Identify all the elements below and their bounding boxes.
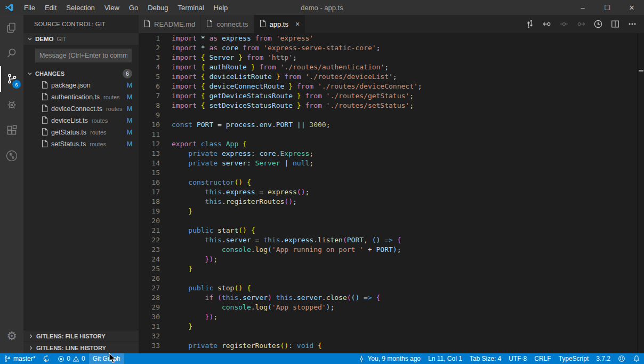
title-bar: FileEditSelectionViewGoDebugTerminalHelp…: [0, 0, 644, 15]
encoding-indicator[interactable]: UTF-8: [505, 353, 530, 364]
file-name: package.json: [51, 82, 91, 89]
code-text: private express: core.Express;: [160, 149, 313, 159]
code-line[interactable]: 7import { getDeviceStatusRoute } from '.…: [139, 91, 644, 101]
eol-indicator[interactable]: CRLF: [530, 353, 554, 364]
menu-terminal[interactable]: Terminal: [173, 0, 208, 15]
code-line[interactable]: 27 public stop() {: [139, 283, 644, 293]
menu-edit[interactable]: Edit: [40, 0, 61, 15]
notifications-bell-icon[interactable]: [629, 353, 644, 364]
scm-file-row[interactable]: getStatus.tsroutesM: [23, 126, 139, 138]
git-graph-button[interactable]: Git Graph: [89, 353, 124, 364]
debug-icon[interactable]: [0, 92, 23, 117]
changes-section-header[interactable]: CHANGES 6: [23, 68, 139, 80]
code-line[interactable]: 17 this.express = express();: [139, 187, 644, 197]
code-line[interactable]: 11: [139, 130, 644, 139]
scm-file-row[interactable]: authentication.tsroutesM: [23, 91, 139, 103]
code-line[interactable]: 8import { setDeviceStatusRoute } from '.…: [139, 101, 644, 110]
warning-icon: [73, 355, 79, 362]
minimize-button[interactable]: –: [570, 0, 595, 15]
file-icon: [206, 20, 213, 29]
search-icon[interactable]: [0, 41, 23, 66]
source-control-icon[interactable]: 6: [0, 66, 23, 92]
line-number: 23: [139, 245, 160, 255]
compare-change-icon[interactable]: [557, 17, 571, 31]
code-line[interactable]: 25 }: [139, 264, 644, 274]
modified-status-badge: M: [127, 117, 132, 124]
code-line[interactable]: 32: [139, 331, 644, 341]
code-line[interactable]: 28 if (this.server) this.server.close(()…: [139, 293, 644, 303]
scm-file-row[interactable]: package.jsonM: [23, 80, 139, 91]
code-line[interactable]: 24 });: [139, 255, 644, 264]
menu-go[interactable]: Go: [124, 0, 143, 15]
problems-indicator[interactable]: 0 0: [54, 353, 88, 364]
settings-gear-icon[interactable]: ⚙: [0, 323, 23, 349]
code-line[interactable]: 19 }: [139, 207, 644, 216]
branch-indicator[interactable]: master*: [0, 353, 39, 364]
split-editor-icon[interactable]: [608, 17, 623, 31]
code-line[interactable]: 31 }: [139, 322, 644, 331]
gitlens-panel-header[interactable]: GITLENS: FILE HISTORY: [23, 330, 139, 342]
code-line[interactable]: 15: [139, 168, 644, 178]
menu-help[interactable]: Help: [209, 0, 233, 15]
gitlens-panels: GITLENS: FILE HISTORYGITLENS: LINE HISTO…: [23, 330, 139, 353]
more-actions-icon[interactable]: [625, 17, 640, 31]
explorer-icon[interactable]: [0, 15, 23, 41]
code-line[interactable]: 14 private server: Server | null;: [139, 159, 644, 168]
cursor-position[interactable]: Ln 11, Col 1: [424, 353, 466, 364]
open-changes-icon[interactable]: [522, 17, 537, 31]
gitlens-blame-icon[interactable]: [591, 17, 606, 31]
code-line[interactable]: 21 public start() {: [139, 226, 644, 235]
code-line[interactable]: 18 this.registerRoutes();: [139, 197, 644, 207]
repo-header[interactable]: DEMO GIT: [23, 33, 139, 45]
maximize-button[interactable]: ☐: [595, 0, 619, 15]
tab-app[interactable]: app.ts ×: [254, 15, 306, 33]
menu-file[interactable]: File: [19, 0, 40, 15]
gitlens-icon[interactable]: [0, 143, 23, 169]
menu-view[interactable]: View: [100, 0, 124, 15]
code-text: constructor() {: [160, 178, 251, 187]
code-line[interactable]: 3import { Server } from 'http';: [139, 53, 644, 62]
code-line[interactable]: 4import { authRoute } from './routes/aut…: [139, 62, 644, 72]
code-line[interactable]: 6import { deviceConnectRoute } from './r…: [139, 82, 644, 91]
sync-button[interactable]: [39, 353, 54, 364]
code-line[interactable]: 20: [139, 216, 644, 226]
code-line[interactable]: 5import { deviceListRoute } from './rout…: [139, 72, 644, 82]
gitlens-panel-header[interactable]: GITLENS: LINE HISTORY: [23, 342, 139, 353]
code-line[interactable]: 29 console.log('App stopped');: [139, 303, 644, 312]
code-line[interactable]: 30 });: [139, 312, 644, 322]
code-line[interactable]: 12export class App {: [139, 139, 644, 149]
menu-debug[interactable]: Debug: [143, 0, 173, 15]
close-button[interactable]: ✕: [619, 0, 644, 15]
scm-file-row[interactable]: setStatus.tsroutesM: [23, 138, 139, 150]
commit-message-input[interactable]: [35, 49, 132, 62]
code-line[interactable]: 16 constructor() {: [139, 178, 644, 187]
blame-annotation[interactable]: You, 9 months ago: [355, 353, 424, 364]
menu-selection[interactable]: Selection: [61, 0, 99, 15]
ts-version-indicator[interactable]: 3.7.2: [592, 353, 614, 364]
code-line[interactable]: 13 private express: core.Express;: [139, 149, 644, 159]
code-line[interactable]: 33 private registerRoutes(): void {: [139, 341, 644, 351]
file-icon: [42, 140, 48, 149]
code-line[interactable]: 9: [139, 110, 644, 120]
next-change-icon[interactable]: [574, 17, 589, 31]
code-line[interactable]: 22 this.server = this.express.listen(POR…: [139, 235, 644, 245]
scm-file-row[interactable]: deviceList.tsroutesM: [23, 115, 139, 126]
extensions-icon[interactable]: [0, 117, 23, 143]
feedback-smiley-icon[interactable]: [614, 353, 629, 364]
code-line[interactable]: 23 console.log('App running on port ' + …: [139, 245, 644, 255]
tab-size-indicator[interactable]: Tab Size: 4: [466, 353, 505, 364]
code-line[interactable]: 2import * as core from 'express-serve-st…: [139, 43, 644, 53]
chevron-right-icon: [27, 332, 35, 341]
tab-connect[interactable]: connect.ts: [201, 15, 254, 33]
language-indicator[interactable]: TypeScript: [555, 353, 593, 364]
previous-change-icon[interactable]: [540, 17, 554, 31]
code-line[interactable]: 10const PORT = process.env.PORT || 3000;: [139, 120, 644, 130]
scm-file-row[interactable]: deviceConnect.tsroutesM: [23, 103, 139, 115]
scrollbar[interactable]: [637, 33, 644, 353]
code-line[interactable]: 1import * as express from 'express': [139, 34, 644, 43]
close-tab-icon[interactable]: ×: [295, 20, 300, 28]
line-number: 13: [139, 149, 160, 159]
tab-readme[interactable]: README.md: [139, 15, 201, 33]
code-editor[interactable]: 1import * as express from 'express'2impo…: [139, 33, 644, 353]
code-line[interactable]: 26: [139, 274, 644, 283]
